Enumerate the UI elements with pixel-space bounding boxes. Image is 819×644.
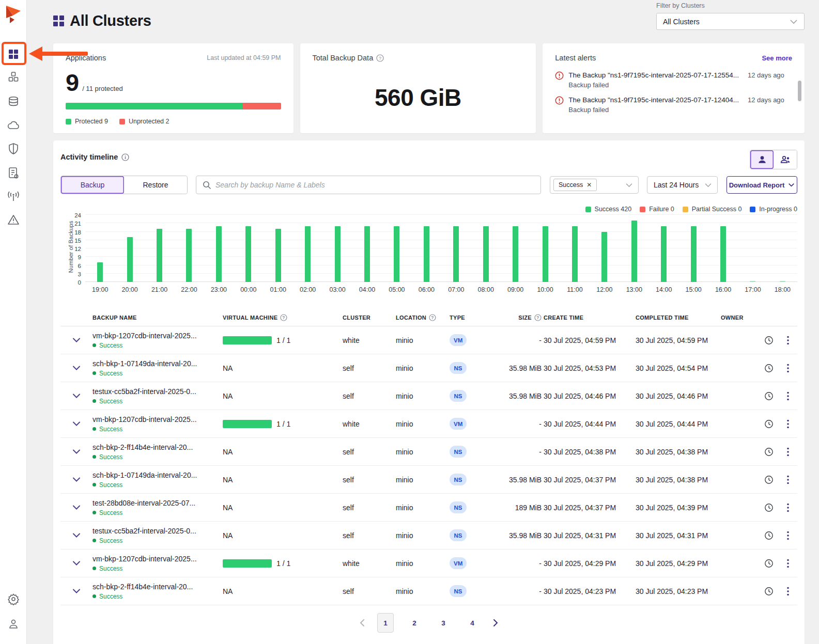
row-menu-button[interactable] (787, 336, 789, 345)
chart-bar[interactable] (97, 262, 103, 282)
history-button[interactable] (764, 503, 774, 512)
pagination-page-3[interactable]: 3 (435, 613, 452, 633)
sidebar-item-dashboard[interactable] (0, 45, 27, 63)
backup-name[interactable]: sch-bkp-1-07149da-interval-20... (92, 471, 223, 479)
chart-bar[interactable] (275, 229, 281, 282)
row-menu-button[interactable] (787, 503, 789, 512)
backup-name[interactable]: vm-bkp-1207cdb-interval-2025... (92, 555, 223, 563)
chart-bar[interactable] (424, 226, 429, 282)
help-icon[interactable]: ? (280, 314, 287, 321)
history-button[interactable] (764, 364, 774, 373)
expand-row-button[interactable] (60, 533, 92, 538)
expand-row-button[interactable] (60, 394, 92, 399)
sidebar-item-targets[interactable] (0, 117, 27, 134)
sidebar-item-profile[interactable] (0, 615, 27, 633)
history-button[interactable] (764, 447, 774, 457)
backup-name[interactable]: vm-bkp-1207cdb-interval-2025... (92, 332, 223, 340)
sidebar-item-backups[interactable] (0, 93, 27, 111)
remove-chip-icon[interactable]: ✕ (586, 182, 592, 188)
chart-bar[interactable] (601, 232, 607, 282)
download-report-button[interactable]: Download Report (727, 176, 797, 194)
chart-bar[interactable] (364, 226, 370, 282)
expand-row-button[interactable] (60, 561, 92, 566)
backup-name[interactable]: testux-cc5ba2f-interval-2025-0... (92, 387, 223, 396)
history-button[interactable] (764, 391, 774, 401)
expand-row-button[interactable] (60, 421, 92, 427)
expand-row-button[interactable] (60, 477, 92, 482)
backup-name[interactable]: test-28bd08e-interval-2025-07... (92, 499, 223, 507)
help-icon[interactable]: ? (429, 314, 436, 321)
row-menu-button[interactable] (787, 531, 789, 540)
chart-bar[interactable] (750, 281, 755, 282)
row-menu-button[interactable] (787, 447, 789, 457)
pagination-page-2[interactable]: 2 (406, 613, 423, 633)
pagination-page-4[interactable]: 4 (464, 613, 481, 633)
history-button[interactable] (764, 419, 774, 429)
expand-row-button[interactable] (60, 338, 92, 343)
pagination-prev-button[interactable] (360, 619, 365, 627)
sidebar-item-protection[interactable] (0, 140, 27, 158)
tab-backup[interactable]: Backup (61, 176, 124, 194)
tab-restore[interactable]: Restore (124, 176, 187, 194)
backup-name[interactable]: sch-bkp-2-ff14b4e-interval-20... (92, 583, 223, 591)
chart-bar[interactable] (572, 226, 578, 282)
chart-bar[interactable] (543, 226, 548, 282)
row-menu-button[interactable] (787, 391, 789, 401)
expand-row-button[interactable] (60, 505, 92, 510)
info-icon[interactable]: i (121, 153, 129, 161)
my-backups-toggle-button[interactable] (750, 150, 774, 169)
chart-bar[interactable] (186, 229, 192, 282)
chart-bar-slot (382, 215, 411, 282)
expand-row-button[interactable] (60, 449, 92, 454)
backup-name[interactable]: testux-cc5ba2f-interval-2025-0... (92, 527, 223, 535)
history-button[interactable] (764, 531, 774, 540)
sidebar-item-settings[interactable] (0, 590, 27, 608)
cluster-filter-select[interactable]: All Clusters (656, 13, 805, 30)
history-button[interactable] (764, 336, 774, 345)
alerts-scrollbar[interactable] (798, 81, 801, 101)
chart-bar[interactable] (720, 226, 726, 282)
backup-name[interactable]: sch-bkp-1-07149da-interval-20... (92, 359, 223, 368)
chart-bar[interactable] (127, 237, 133, 282)
chart-bar[interactable] (483, 226, 489, 282)
chart-bar[interactable] (305, 226, 311, 282)
sidebar-item-clusters[interactable] (0, 68, 27, 86)
row-menu-button[interactable] (787, 419, 789, 429)
chart-bar[interactable] (691, 226, 697, 282)
see-more-link[interactable]: See more (762, 54, 792, 62)
chart-bar[interactable] (780, 281, 785, 282)
row-menu-button[interactable] (787, 475, 789, 484)
row-menu-button[interactable] (787, 559, 789, 568)
help-icon[interactable]: ? (376, 54, 384, 62)
pagination-next-button[interactable] (493, 619, 498, 627)
row-menu-button[interactable] (787, 587, 789, 596)
cluster-cell: self (343, 476, 396, 484)
chart-bar[interactable] (631, 221, 637, 282)
expand-row-button[interactable] (60, 589, 92, 594)
help-icon[interactable]: ? (534, 314, 542, 321)
chart-bar[interactable] (394, 226, 399, 282)
time-range-select[interactable]: Last 24 Hours (647, 176, 718, 194)
backup-name[interactable]: sch-bkp-2-ff14b4e-interval-20... (92, 443, 223, 451)
all-users-toggle-button[interactable] (774, 150, 797, 169)
chart-bar[interactable] (157, 229, 162, 282)
sidebar-item-policies[interactable] (0, 164, 27, 182)
backup-name[interactable]: vm-bkp-1207cdb-interval-2025... (92, 415, 223, 423)
expand-row-button[interactable] (60, 366, 92, 371)
sidebar-item-alerts[interactable] (0, 211, 27, 229)
app-logo-icon[interactable] (5, 5, 22, 24)
chart-bar[interactable] (335, 226, 341, 282)
history-button[interactable] (764, 587, 774, 596)
chart-bar[interactable] (216, 226, 222, 282)
history-button[interactable] (764, 559, 774, 568)
sidebar-item-monitoring[interactable] (0, 188, 27, 206)
chart-bar[interactable] (661, 226, 667, 282)
search-input[interactable] (215, 181, 534, 189)
chart-bar[interactable] (453, 226, 459, 282)
status-filter-select[interactable]: Success ✕ (550, 176, 639, 194)
chart-bar[interactable] (245, 226, 251, 282)
pagination-page-1[interactable]: 1 (377, 613, 394, 633)
row-menu-button[interactable] (787, 364, 789, 373)
history-button[interactable] (764, 475, 774, 484)
chart-bar[interactable] (513, 226, 518, 282)
